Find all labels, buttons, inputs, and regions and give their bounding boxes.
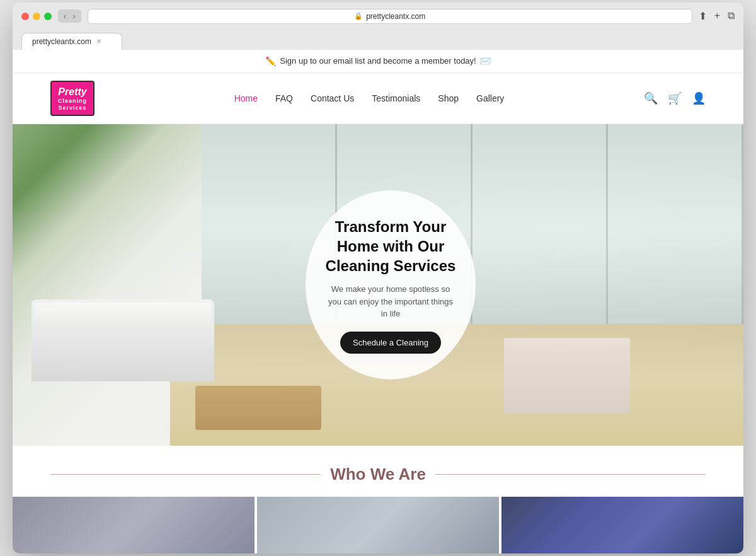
nav-shop[interactable]: Shop <box>438 93 459 103</box>
banner-text: Sign up to our email list and become a m… <box>280 56 476 66</box>
url-text: prettycleantx.com <box>366 12 425 21</box>
nav-testimonials[interactable]: Testimonials <box>372 93 420 103</box>
nav-faq[interactable]: FAQ <box>275 93 293 103</box>
cart-icon[interactable]: 🛒 <box>668 91 682 105</box>
hero-circle-overlay: Transform Your Home with Our Cleaning Se… <box>306 190 476 379</box>
duplicate-tab-icon[interactable]: ⧉ <box>728 10 735 22</box>
hero-subtitle: We make your home spotless so you can en… <box>324 283 457 320</box>
back-button[interactable]: ‹ <box>62 11 68 21</box>
user-icon[interactable]: 👤 <box>692 91 706 105</box>
nav-gallery[interactable]: Gallery <box>476 93 504 103</box>
top-banner: ✏️ Sign up to our email list and become … <box>13 50 743 73</box>
browser-chrome: ‹ › 🔒 prettycleantx.com ⬆ + ⧉ prettyclea… <box>13 3 743 50</box>
fullscreen-window-btn[interactable] <box>44 13 52 20</box>
address-bar[interactable]: 🔒 prettycleantx.com <box>88 9 692 24</box>
website-content: ✏️ Sign up to our email list and become … <box>13 50 743 554</box>
tab-label: prettycleantx.com <box>32 37 91 46</box>
search-icon[interactable]: 🔍 <box>644 91 658 105</box>
new-tab-icon[interactable]: + <box>714 10 720 22</box>
browser-nav-buttons: ‹ › <box>58 9 81 23</box>
site-logo[interactable]: Pretty Cleaning Services <box>50 81 94 117</box>
browser-tab[interactable]: prettycleantx.com ✕ <box>21 33 122 50</box>
section-line-left <box>50 474 321 475</box>
logo-box: Pretty Cleaning Services <box>50 81 94 117</box>
bottom-image-2 <box>255 497 501 553</box>
browser-actions: ⬆ + ⧉ <box>699 10 735 22</box>
logo-pretty: Pretty <box>58 86 87 98</box>
section-header: Who We Are <box>13 465 743 484</box>
section-title: Who We Are <box>330 465 426 484</box>
bottom-image-1 <box>13 497 255 553</box>
banner-icon-right: ✉️ <box>480 56 491 66</box>
nav-icons: 🔍 🛒 👤 <box>644 91 706 105</box>
lock-icon: 🔒 <box>354 12 363 20</box>
who-we-are-section: Who We Are <box>13 446 743 553</box>
forward-button[interactable]: › <box>71 11 77 21</box>
nav-contact[interactable]: Contact Us <box>311 93 354 103</box>
tab-bar: prettycleantx.com ✕ <box>21 33 735 50</box>
bottom-image-3 <box>501 497 743 553</box>
main-nav: Pretty Cleaning Services Home FAQ Contac… <box>13 73 743 125</box>
close-window-btn[interactable] <box>21 13 29 20</box>
hero-section: Transform Your Home with Our Cleaning Se… <box>13 124 743 446</box>
nav-home[interactable]: Home <box>234 93 258 103</box>
schedule-cleaning-button[interactable]: Schedule a Cleaning <box>340 332 441 354</box>
logo-services: Services <box>58 105 87 112</box>
hero-title: Transform Your Home with Our Cleaning Se… <box>324 217 457 276</box>
bottom-image-strip <box>13 497 743 553</box>
section-line-right <box>435 474 706 475</box>
browser-window: ‹ › 🔒 prettycleantx.com ⬆ + ⧉ prettyclea… <box>13 3 743 554</box>
logo-cleaning: Cleaning <box>58 98 87 105</box>
traffic-lights <box>21 13 52 20</box>
tab-close-btn[interactable]: ✕ <box>96 38 101 45</box>
share-icon[interactable]: ⬆ <box>699 10 707 22</box>
nav-links: Home FAQ Contact Us Testimonials Shop Ga… <box>234 93 505 104</box>
banner-icon-left: ✏️ <box>265 56 276 66</box>
minimize-window-btn[interactable] <box>33 13 40 20</box>
